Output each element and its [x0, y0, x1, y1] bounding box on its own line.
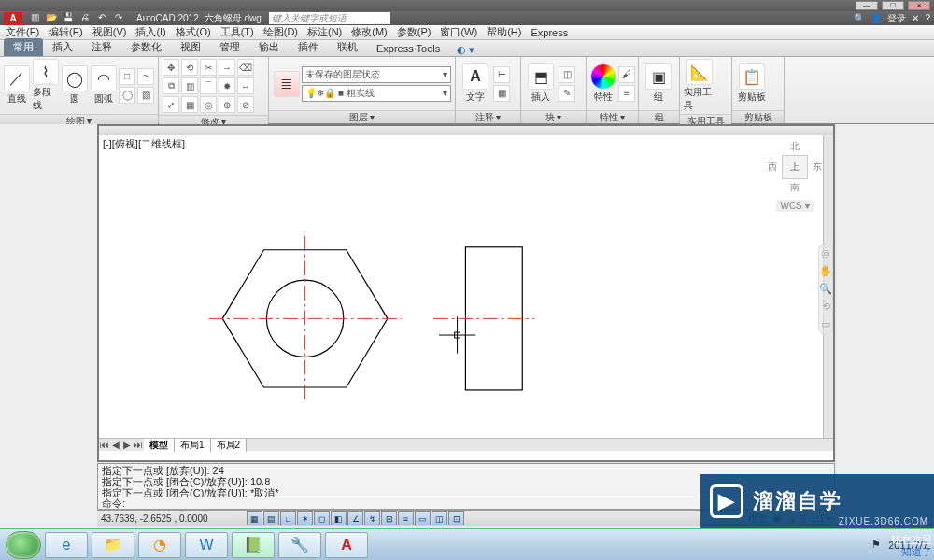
match-props-icon[interactable]: 🖌	[618, 66, 635, 83]
tab-layout1[interactable]: 布局1	[175, 439, 211, 452]
task-ie-icon[interactable]: e	[45, 532, 88, 558]
tab-first-icon[interactable]: ⏮	[99, 440, 110, 450]
arc-button[interactable]: ◠圆弧	[90, 65, 117, 105]
menu-insert[interactable]: 插入(I)	[135, 25, 165, 39]
qat-save-icon[interactable]: 💾	[62, 12, 75, 25]
tab-last-icon[interactable]: ⏭	[133, 440, 144, 450]
toggle-dyn[interactable]: ⊞	[381, 511, 397, 525]
scale-icon[interactable]: ⤢	[163, 96, 179, 113]
help-search-input[interactable]: 键入关键字或短语	[269, 12, 390, 24]
tray-flag-icon[interactable]: ⚑	[871, 539, 881, 551]
insert-block-button[interactable]: ⬒插入	[525, 63, 557, 104]
dim-icon[interactable]: ⊢	[493, 66, 510, 83]
nav-orbit-icon[interactable]: ⟲	[822, 301, 830, 313]
task-explorer-icon[interactable]: 📁	[92, 532, 134, 558]
tab-output[interactable]: 输出	[249, 38, 289, 56]
explode-icon[interactable]: ✸	[219, 77, 235, 94]
draw-small-1[interactable]: □	[119, 68, 135, 85]
offset-icon[interactable]: ◎	[200, 96, 217, 113]
panel-title-layer[interactable]: 图层 ▾	[269, 110, 455, 123]
toggle-osnap[interactable]: ◻	[314, 511, 330, 525]
erase-icon[interactable]: ⌫	[237, 59, 254, 76]
toggle-sc[interactable]: ⊡	[448, 511, 464, 525]
toggle-polar[interactable]: ✶	[297, 511, 313, 525]
draw-small-3[interactable]: ◯	[119, 87, 135, 104]
break-icon[interactable]: ⊘	[237, 96, 254, 113]
app-logo-icon[interactable]: A	[4, 12, 22, 25]
tab-plugins[interactable]: 插件	[289, 38, 328, 56]
signin-label[interactable]: 登录	[887, 12, 906, 25]
viewcube-top-face[interactable]: 上	[782, 155, 808, 179]
infocenter-search-icon[interactable]: 🔍	[854, 13, 865, 23]
exchange-icon[interactable]: ✕	[912, 13, 919, 23]
tab-next-icon[interactable]: ▶	[121, 440, 133, 450]
panel-title-annotate[interactable]: 注释 ▾	[456, 110, 520, 123]
edit-block-icon[interactable]: ✎	[559, 85, 575, 102]
tab-model[interactable]: 模型	[144, 439, 175, 452]
table-icon[interactable]: ▦	[493, 85, 510, 102]
list-icon[interactable]: ≡	[618, 85, 635, 102]
minimize-button[interactable]: —	[856, 1, 878, 10]
tab-parametric[interactable]: 参数化	[121, 38, 171, 56]
tab-express[interactable]: Express Tools	[367, 41, 449, 56]
nav-wheel-icon[interactable]: ◎	[821, 247, 830, 259]
panel-title-props[interactable]: 特性 ▾	[587, 110, 638, 123]
mirror-icon[interactable]: ▥	[181, 77, 198, 94]
tab-online[interactable]: 联机	[328, 38, 367, 56]
viewcube[interactable]: 北 西 上 东 南 WCS ▾	[768, 140, 822, 215]
toggle-snap[interactable]: ▦	[247, 511, 262, 525]
draw-small-4[interactable]: ▨	[137, 87, 154, 104]
clipboard-button[interactable]: 📋剪贴板	[736, 63, 768, 104]
move-icon[interactable]: ✥	[163, 59, 179, 76]
draw-small-2[interactable]: ~	[137, 68, 154, 85]
menu-tools[interactable]: 工具(T)	[220, 25, 254, 39]
menu-file[interactable]: 文件(F)	[6, 25, 39, 39]
polyline-button[interactable]: ⌇多段线	[33, 59, 60, 112]
utilities-button[interactable]: 📐实用工具	[684, 59, 715, 112]
drawing-window-titlebar[interactable]	[99, 126, 833, 135]
menu-window[interactable]: 窗口(W)	[440, 25, 477, 39]
signin-icon[interactable]: 👤	[870, 13, 882, 23]
tab-prev-icon[interactable]: ◀	[110, 440, 121, 450]
menu-help[interactable]: 帮助(H)	[487, 25, 521, 39]
toggle-qp[interactable]: ◫	[432, 511, 447, 525]
toggle-ducs[interactable]: ↯	[364, 511, 380, 525]
start-button[interactable]	[6, 531, 41, 559]
nav-zoom-icon[interactable]: 🔍	[819, 283, 832, 295]
toggle-3dosnap[interactable]: ◧	[331, 511, 347, 525]
menu-param[interactable]: 参数(P)	[397, 25, 432, 39]
menu-edit[interactable]: 编辑(E)	[49, 25, 83, 39]
toggle-tpy[interactable]: ▭	[415, 511, 431, 525]
rotate-icon[interactable]: ⟲	[181, 59, 198, 76]
tab-annotate[interactable]: 注释	[82, 38, 121, 56]
panel-title-block[interactable]: 块 ▾	[521, 110, 586, 123]
copy-icon[interactable]: ⧉	[163, 77, 179, 94]
ribbon-expand-icon[interactable]: ◐ ▾	[457, 44, 474, 56]
create-block-icon[interactable]: ◫	[559, 66, 575, 83]
qat-new-icon[interactable]: ▥	[28, 12, 41, 25]
qat-redo-icon[interactable]: ↷	[112, 12, 125, 25]
menu-format[interactable]: 格式(O)	[176, 25, 211, 39]
group-button[interactable]: ▣组	[643, 63, 674, 104]
toggle-otrack[interactable]: ∠	[347, 511, 363, 525]
help-icon[interactable]: ?	[925, 13, 930, 23]
task-autocad-icon[interactable]: A	[325, 532, 368, 558]
array-icon[interactable]: ▦	[181, 96, 198, 113]
properties-button[interactable]: 特性	[590, 63, 616, 104]
stretch-icon[interactable]: ↔	[237, 77, 254, 94]
coordinates-readout[interactable]: 43.7639, -2.6525 , 0.0000	[101, 513, 241, 524]
toggle-ortho[interactable]: ∟	[280, 511, 296, 525]
menu-dim[interactable]: 标注(N)	[307, 25, 342, 39]
drawing-viewport[interactable]: [-][俯视][二维线框]	[99, 135, 823, 438]
menu-modify[interactable]: 修改(M)	[351, 25, 388, 39]
toggle-grid[interactable]: ▤	[263, 511, 279, 525]
menu-view[interactable]: 视图(V)	[92, 25, 127, 39]
tab-home[interactable]: 常用	[4, 38, 43, 56]
qat-print-icon[interactable]: 🖨	[78, 12, 92, 25]
tab-insert[interactable]: 插入	[43, 38, 82, 56]
layer-properties-button[interactable]: ≣	[273, 71, 300, 97]
join-icon[interactable]: ⊕	[219, 96, 235, 113]
line-button[interactable]: ／直线	[4, 65, 31, 105]
tab-view[interactable]: 视图	[171, 38, 210, 56]
task-app1-icon[interactable]: 📗	[232, 532, 275, 558]
